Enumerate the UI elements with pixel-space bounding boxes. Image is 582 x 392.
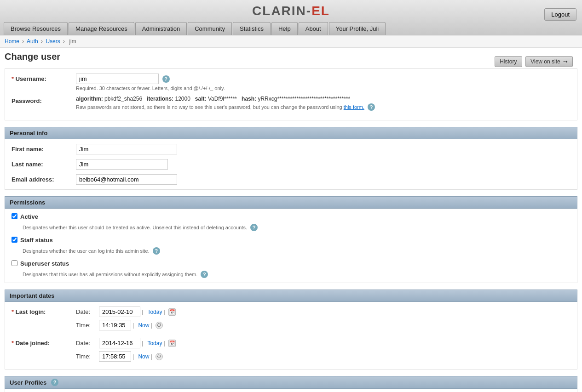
username-input[interactable] xyxy=(76,74,159,84)
superuser-status-label[interactable]: Superuser status xyxy=(20,260,69,267)
user-profiles-section-header: User Profiles ? xyxy=(5,376,577,389)
date-joined-calendar-icon[interactable]: 📅 xyxy=(168,340,176,347)
username-field-container: ? Required. 30 characters or fewer. Lett… xyxy=(76,74,570,91)
view-on-site-button[interactable]: View on site ➙ xyxy=(525,56,573,67)
superuser-status-help: Designates that this user has all permis… xyxy=(23,271,570,278)
important-dates-section-header: Important dates xyxy=(5,290,577,302)
nav-community[interactable]: Community xyxy=(188,22,232,35)
last-login-clock-icon[interactable]: ⏱ xyxy=(156,322,163,329)
date-joined-fields: Date: | Today | 📅 Time: | Now | ⏱ xyxy=(76,338,570,364)
password-display: algorithm: pbkdf2_sha256 iterations: 120… xyxy=(76,96,570,102)
last-name-input[interactable] xyxy=(76,159,168,170)
last-name-label: Last name: xyxy=(12,159,76,168)
date-joined-time-label: Time: xyxy=(76,353,99,360)
last-login-fields: Date: | Today | 📅 Time: | Now | ⏱ xyxy=(76,307,570,333)
last-name-row: Last name: xyxy=(12,159,570,170)
staff-status-checkbox[interactable] xyxy=(12,237,17,243)
active-label[interactable]: Active xyxy=(20,213,38,220)
breadcrumb-home[interactable]: Home xyxy=(5,38,19,45)
username-row: * Username: ? Required. 30 characters or… xyxy=(12,74,570,91)
nav-statistics[interactable]: Statistics xyxy=(233,22,271,35)
last-login-time-input[interactable] xyxy=(99,320,131,330)
superuser-status-checkbox[interactable] xyxy=(12,260,17,266)
date-joined-today-link[interactable]: Today xyxy=(147,340,162,347)
nav-browse-resources[interactable]: Browse Resources xyxy=(4,22,68,35)
last-login-date-input[interactable] xyxy=(99,307,140,317)
active-row: Active xyxy=(12,213,570,220)
external-link-icon: ➙ xyxy=(563,58,568,65)
date-joined-clock-icon[interactable]: ⏱ xyxy=(156,353,163,360)
superuser-status-row: Superuser status xyxy=(12,260,570,267)
breadcrumb-users[interactable]: Users xyxy=(46,38,60,45)
password-row: Password: algorithm: pbkdf2_sha256 itera… xyxy=(12,96,570,111)
date-joined-now-link[interactable]: Now xyxy=(138,353,149,360)
staff-status-row: Staff status xyxy=(12,237,570,244)
main-nav: Browse Resources Manage Resources Admini… xyxy=(0,22,582,35)
date-joined-time-input[interactable] xyxy=(99,351,131,362)
active-help-icon[interactable]: ? xyxy=(250,224,258,231)
breadcrumb: Home › Auth › Users › jim xyxy=(0,35,582,48)
personal-info-section-header: Personal info xyxy=(5,127,577,139)
email-input[interactable] xyxy=(76,174,177,185)
staff-status-label[interactable]: Staff status xyxy=(20,237,53,244)
breadcrumb-current: jim xyxy=(69,38,76,45)
password-field-container: algorithm: pbkdf2_sha256 iterations: 120… xyxy=(76,96,570,111)
last-login-now-link[interactable]: Now xyxy=(138,322,149,329)
date-joined-date-label: Date: xyxy=(76,340,99,347)
last-login-today-link[interactable]: Today xyxy=(147,309,162,315)
email-row: Email address: xyxy=(12,174,570,185)
superuser-status-help-icon[interactable]: ? xyxy=(201,271,208,278)
date-joined-label: * Date joined: xyxy=(12,338,76,347)
staff-status-help-icon[interactable]: ? xyxy=(153,247,160,255)
first-name-row: First name: xyxy=(12,144,570,154)
logout-button[interactable]: Logout xyxy=(544,8,576,21)
site-logo: CLARIN-EL xyxy=(0,4,582,18)
email-label: Email address: xyxy=(12,174,76,183)
staff-status-help: Designates whether the user can log into… xyxy=(23,247,570,255)
breadcrumb-auth[interactable]: Auth xyxy=(27,38,38,45)
username-help-text: Required. 30 characters or fewer. Letter… xyxy=(76,85,570,91)
first-name-label: First name: xyxy=(12,144,76,153)
password-help-icon[interactable]: ? xyxy=(368,103,375,111)
password-label: Password: xyxy=(12,96,76,104)
password-help-text: Raw passwords are not stored, so there i… xyxy=(76,103,570,111)
username-help-icon[interactable]: ? xyxy=(162,75,170,83)
nav-about[interactable]: About xyxy=(299,22,328,35)
nav-administration[interactable]: Administration xyxy=(135,22,187,35)
active-help: Designates whether this user should be t… xyxy=(23,224,570,231)
permissions-section-header: Permissions xyxy=(5,196,577,209)
last-login-label: * Last login: xyxy=(12,307,76,315)
page-actions: History View on site ➙ xyxy=(495,56,573,67)
username-label: * Username: xyxy=(12,74,76,82)
last-login-time-label: Time: xyxy=(76,322,99,329)
page-title: Change user xyxy=(5,51,577,62)
date-joined-row: * Date joined: Date: | Today | 📅 Time: xyxy=(12,338,570,364)
last-login-date-label: Date: xyxy=(76,308,99,315)
last-login-calendar-icon[interactable]: 📅 xyxy=(168,308,176,316)
active-checkbox[interactable] xyxy=(12,213,17,219)
first-name-input[interactable] xyxy=(76,144,177,154)
nav-your-profile[interactable]: Your Profile, Juli xyxy=(329,22,386,35)
user-profiles-help-icon[interactable]: ? xyxy=(51,379,58,386)
nav-manage-resources[interactable]: Manage Resources xyxy=(69,22,134,35)
date-joined-date-input[interactable] xyxy=(99,338,140,348)
nav-help[interactable]: Help xyxy=(271,22,298,35)
history-button[interactable]: History xyxy=(495,56,522,67)
last-login-row: * Last login: Date: | Today | 📅 Time: xyxy=(12,307,570,333)
change-password-link[interactable]: this form. xyxy=(344,104,364,110)
